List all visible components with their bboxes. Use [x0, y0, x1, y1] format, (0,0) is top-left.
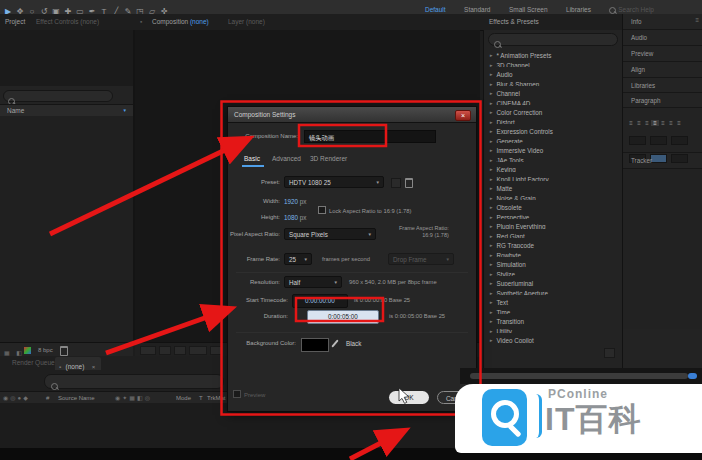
panel-audio[interactable]: Audio: [623, 30, 702, 46]
composition-name-input[interactable]: 镜头动画: [304, 130, 436, 143]
save-preset-icon[interactable]: [391, 178, 401, 188]
effects-category[interactable]: ►Immersive Video: [484, 143, 623, 153]
collapse-icon[interactable]: ✦: [122, 395, 127, 401]
quality-icon[interactable]: ▦: [129, 395, 135, 401]
effects-category[interactable]: ►Stylize: [484, 267, 623, 277]
tab-project[interactable]: Project: [5, 14, 25, 30]
effects-category[interactable]: ►Blur & Sharpen: [484, 77, 623, 87]
justify-last-center-icon[interactable]: ≡: [659, 120, 667, 126]
dialog-title-bar[interactable]: Composition Settings ×: [228, 107, 476, 123]
new-composition-icon[interactable]: [24, 347, 31, 354]
baseline-field[interactable]: [671, 154, 688, 163]
ok-button[interactable]: OK: [389, 391, 429, 404]
motion-blur-icon[interactable]: ◎: [145, 395, 150, 401]
width-value[interactable]: 1920 px: [284, 195, 306, 208]
effects-category[interactable]: ►Superluminal: [484, 276, 623, 286]
workspace-libraries[interactable]: Libraries: [566, 6, 591, 13]
panel-info[interactable]: Info: [623, 14, 702, 30]
align-left-icon[interactable]: ≡: [627, 120, 635, 126]
dialog-tab-basic[interactable]: Basic: [244, 155, 260, 162]
eyedropper-icon[interactable]: [331, 339, 338, 347]
preset-dropdown[interactable]: HDTV 1080 25▼: [284, 176, 384, 188]
effects-category[interactable]: ►Red Giant: [484, 229, 623, 239]
tab-effect-controls[interactable]: Effect Controls (none): [36, 14, 99, 30]
tab-composition[interactable]: Composition (none): [152, 14, 209, 30]
effects-category[interactable]: ►Distort: [484, 115, 623, 125]
workspace-standard[interactable]: Standard: [464, 6, 490, 13]
width-number[interactable]: 1920: [284, 198, 298, 205]
panel-menu-icon[interactable]: ≡: [695, 17, 699, 23]
dialog-tab-3d-renderer[interactable]: 3D Renderer: [310, 155, 347, 162]
viewer-camera-control[interactable]: [210, 346, 222, 355]
new-panel-icon[interactable]: [604, 348, 615, 358]
height-value[interactable]: 1080 px: [284, 211, 306, 224]
effects-category[interactable]: ►Text: [484, 295, 623, 305]
indent-left-field[interactable]: [629, 136, 646, 145]
effects-category[interactable]: ►JAe Tools: [484, 153, 623, 163]
search-help-box[interactable]: Search Help: [609, 6, 654, 13]
lock-aspect-checkbox[interactable]: Lock Aspect Ratio to 16:9 (1.78): [318, 206, 412, 214]
audio-icon[interactable]: ◎: [10, 395, 15, 401]
tab-layer[interactable]: Layer (none): [228, 14, 265, 30]
effects-category[interactable]: ►Transition: [484, 314, 623, 324]
effects-category[interactable]: ►Obsolete: [484, 200, 623, 210]
eye-icon[interactable]: ◉: [3, 395, 8, 401]
frame-rate-dropdown[interactable]: 25▼: [284, 253, 312, 265]
effects-category[interactable]: ►Noise & Grain: [484, 191, 623, 201]
tab-render-queue[interactable]: Render Queue: [12, 356, 55, 370]
effects-category[interactable]: ►Perspective: [484, 210, 623, 220]
effects-category[interactable]: ►RG Trapcode: [484, 238, 623, 248]
effects-category[interactable]: ►Keying: [484, 162, 623, 172]
viewer-time-control[interactable]: [189, 346, 207, 355]
close-tab-icon[interactable]: ×: [92, 364, 96, 370]
effects-category[interactable]: ►Generate: [484, 134, 623, 144]
effects-category[interactable]: ►Synthetic Aperture: [484, 286, 623, 296]
effects-category[interactable]: ►Audio: [484, 67, 623, 77]
panel-align[interactable]: Align: [623, 62, 702, 78]
preview-checkbox[interactable]: Preview: [233, 390, 265, 398]
effects-category[interactable]: ►Expression Controls: [484, 124, 623, 134]
tab-effects-presets[interactable]: Effects & Presets: [489, 14, 539, 30]
effects-category[interactable]: ►Rowbyte: [484, 248, 623, 258]
panel-preview[interactable]: Preview: [623, 46, 702, 62]
effects-search-box[interactable]: [488, 33, 618, 46]
space-after-field[interactable]: [650, 154, 667, 163]
effects-category[interactable]: ►Channel: [484, 86, 623, 96]
pixel-aspect-ratio-dropdown[interactable]: Square Pixels▼: [284, 228, 376, 240]
timeline-search-box[interactable]: [44, 374, 224, 389]
panel-paragraph[interactable]: Paragraph ≡: [623, 93, 702, 108]
height-number[interactable]: 1080: [284, 214, 298, 221]
effects-category[interactable]: ►Simulation: [484, 257, 623, 267]
dialog-close-button[interactable]: ×: [455, 110, 471, 121]
effect-icon[interactable]: ◧: [137, 395, 143, 401]
resolution-dropdown[interactable]: Half▼: [284, 276, 342, 288]
start-timecode-field[interactable]: 0:00:00:00: [292, 294, 348, 308]
duration-field[interactable]: 0:00:05:00: [307, 310, 379, 324]
dialog-tab-advanced[interactable]: Advanced: [272, 155, 301, 162]
align-right-icon[interactable]: ≡: [643, 120, 651, 126]
viewer-mask-control[interactable]: [174, 346, 186, 355]
justify-last-left-icon[interactable]: ≡: [651, 120, 659, 126]
effects-category[interactable]: ►Video Copilot: [484, 333, 623, 343]
project-search-box[interactable]: [3, 90, 113, 102]
justify-last-right-icon[interactable]: ≡: [667, 120, 675, 126]
viewer-grid-control[interactable]: [159, 346, 171, 355]
delete-preset-icon[interactable]: [405, 178, 413, 188]
first-line-indent-field[interactable]: [671, 136, 688, 145]
workspace-default[interactable]: Default: [425, 6, 446, 13]
effects-category[interactable]: ►Utility: [484, 324, 623, 334]
align-center-icon[interactable]: ≡: [635, 120, 643, 126]
effects-category[interactable]: ►3D Channel: [484, 58, 623, 68]
effects-category[interactable]: ►Time: [484, 305, 623, 315]
effects-category[interactable]: ►Knoll Light Factory: [484, 172, 623, 182]
background-color-swatch[interactable]: [301, 338, 329, 352]
effects-category[interactable]: ►Matte: [484, 181, 623, 191]
shy-icon[interactable]: ◉: [115, 395, 120, 401]
solo-icon[interactable]: ●: [18, 395, 22, 401]
effects-category[interactable]: ►Plugin Everything: [484, 219, 623, 229]
zoom-level-control[interactable]: [140, 346, 156, 355]
panel-libraries[interactable]: Libraries: [623, 78, 702, 93]
effects-category[interactable]: ►* Animation Presets: [484, 48, 623, 58]
indent-right-field[interactable]: [650, 136, 667, 145]
horizontal-scrollbar-thumb[interactable]: [470, 373, 688, 379]
